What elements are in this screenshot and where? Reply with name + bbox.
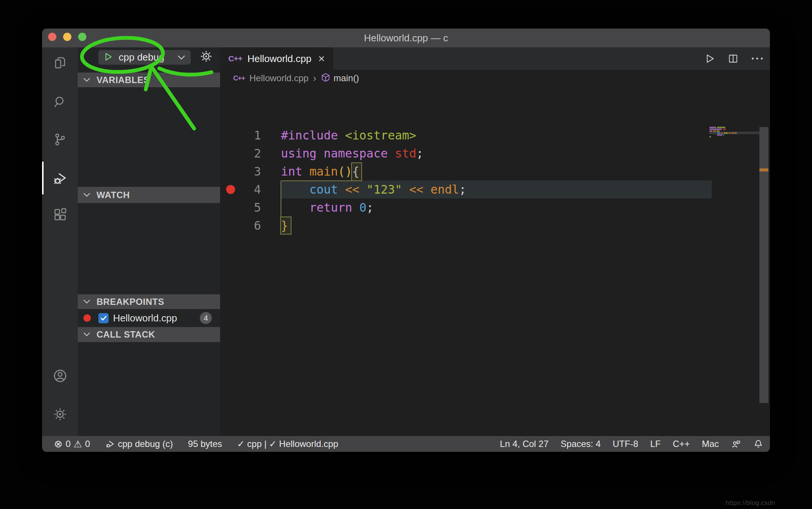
code-token: #include: [281, 129, 338, 142]
sidebar-item-settings[interactable]: [42, 399, 78, 431]
code-token: [338, 183, 345, 196]
minimap-code-segment: [709, 129, 722, 130]
search-icon: [53, 95, 67, 110]
debug-icon: [53, 171, 68, 188]
section-label: CALL STACK: [97, 329, 155, 340]
breakpoint-gutter-dot[interactable]: [226, 185, 235, 194]
problems-status[interactable]: ⊗ 0 ⚠ 0: [54, 438, 90, 450]
code-token: "123": [367, 183, 402, 196]
section-header-breakpoints[interactable]: BREAKPOINTS: [78, 294, 220, 309]
line-number[interactable]: 5: [220, 198, 261, 217]
code-token: [338, 129, 345, 142]
code-line[interactable]: return 0;: [281, 198, 374, 217]
section-label: VARIABLES: [97, 75, 149, 85]
code-token: [281, 201, 309, 214]
breakpoint-checkbox[interactable]: [98, 313, 109, 323]
chevron-down-icon: [83, 331, 91, 338]
status-bar: ⊗ 0 ⚠ 0 cpp debug (c) 95 bytes: [42, 436, 770, 452]
code-line[interactable]: cout << "123" << endl;: [281, 180, 466, 198]
error-count: 0: [66, 439, 71, 449]
host-status[interactable]: Mac: [702, 439, 719, 449]
account-icon: [53, 369, 67, 385]
breakpoint-line-badge: 4: [200, 312, 212, 324]
minimap-code-segment: [717, 134, 722, 136]
minimap-code-segment: [709, 127, 716, 128]
cpp-file-icon: C++: [228, 54, 242, 63]
code-line[interactable]: int main(){: [281, 162, 359, 180]
section-header-watch[interactable]: WATCH: [78, 187, 220, 203]
chevron-down-icon: [83, 77, 91, 83]
minimap-code-segment: [723, 129, 726, 130]
eol-status[interactable]: LF: [650, 439, 661, 449]
bracket-match-box-open: [351, 162, 362, 181]
section-label: BREAKPOINTS: [97, 297, 164, 307]
minimap-code-segment: [731, 132, 735, 134]
minimap-code-segment: [724, 132, 728, 134]
bell-icon[interactable]: [753, 439, 763, 449]
more-actions-button[interactable]: ···: [751, 52, 765, 65]
file-size-label: 95 bytes: [188, 439, 222, 449]
code-token: [317, 147, 324, 160]
breadcrumb-symbol[interactable]: main(): [334, 73, 359, 83]
file-size-status[interactable]: 95 bytes: [188, 439, 222, 449]
line-number[interactable]: 6: [220, 217, 261, 235]
close-icon[interactable]: ×: [318, 52, 325, 65]
encoding-status[interactable]: UTF-8: [613, 439, 638, 449]
code-token: [402, 183, 409, 196]
split-editor-button[interactable]: [728, 53, 738, 64]
sidebar-item-source-control[interactable]: [42, 124, 78, 156]
code-editor[interactable]: 123456 #include <iostream>using namespac…: [220, 86, 770, 436]
sidebar-item-explorer[interactable]: [42, 47, 78, 80]
feedback-icon[interactable]: [731, 439, 741, 449]
debug-config-dropdown[interactable]: cpp debug: [98, 50, 191, 65]
debug-config-status-label: cpp debug (c): [118, 439, 173, 449]
line-number[interactable]: 2: [220, 144, 261, 162]
minimap-code-segment: [713, 130, 717, 132]
sidebar-item-run-and-debug[interactable]: [42, 163, 78, 195]
breakpoint-list-item[interactable]: Helloworld.cpp 4: [78, 309, 220, 327]
code-token: <iostream>: [345, 129, 417, 142]
code-token: return: [309, 201, 352, 214]
tab-bar: C++ Helloworld.cpp × ···: [220, 47, 770, 70]
code-line[interactable]: using namespace std;: [281, 144, 423, 162]
window-title: Helloworld.cpp — c: [42, 29, 770, 47]
tab-helloworld-cpp[interactable]: C++ Helloworld.cpp ×: [220, 47, 333, 70]
breadcrumb-separator: ›: [313, 73, 316, 84]
task-status[interactable]: ✓ cpp | ✓ Helloworld.cpp: [237, 439, 338, 449]
minimap-code-segment: [729, 132, 730, 134]
start-debug-icon[interactable]: [104, 52, 113, 63]
breadcrumb-file[interactable]: Helloworld.cpp: [249, 73, 308, 83]
minimap-code-segment: [721, 132, 723, 134]
sidebar-item-search[interactable]: [42, 86, 78, 119]
code-line[interactable]: #include <iostream>: [281, 126, 416, 144]
watermark-text: https://blog.csdn: [726, 499, 775, 507]
sidebar-item-accounts[interactable]: [42, 361, 78, 393]
language-status[interactable]: C++: [673, 439, 690, 449]
section-header-variables[interactable]: VARIABLES: [78, 73, 220, 87]
editor-actions: ···: [705, 47, 765, 70]
sidebar-item-extensions[interactable]: [42, 199, 78, 232]
debug-settings-gear-button[interactable]: [199, 50, 213, 64]
overview-ruler-breakpoint-marker: [759, 168, 768, 171]
vscode-window: Helloworld.cpp — c: [42, 29, 770, 452]
debug-status[interactable]: cpp debug (c): [105, 439, 173, 449]
chevron-down-icon: [83, 192, 91, 198]
titlebar: Helloworld.cpp — c: [42, 29, 770, 47]
chevron-down-icon: [177, 55, 186, 62]
minimap-code-segment: [717, 130, 720, 132]
code-token: ;: [416, 147, 423, 160]
section-label: WATCH: [97, 190, 130, 200]
minimap[interactable]: [709, 86, 759, 162]
run-button[interactable]: [705, 53, 715, 64]
code-token: endl: [430, 183, 459, 196]
line-number[interactable]: 3: [220, 162, 261, 180]
line-number[interactable]: 1: [220, 126, 261, 144]
section-header-call-stack[interactable]: CALL STACK: [78, 327, 220, 342]
code-token: [302, 165, 309, 178]
screenshot-background: Helloworld.cpp — c: [0, 0, 812, 509]
code-token: std: [395, 147, 416, 160]
code-token: main: [309, 165, 338, 178]
indentation-status[interactable]: Spaces: 4: [561, 439, 601, 449]
gear-icon: [200, 50, 213, 64]
cursor-position-status[interactable]: Ln 4, Col 27: [500, 439, 548, 449]
